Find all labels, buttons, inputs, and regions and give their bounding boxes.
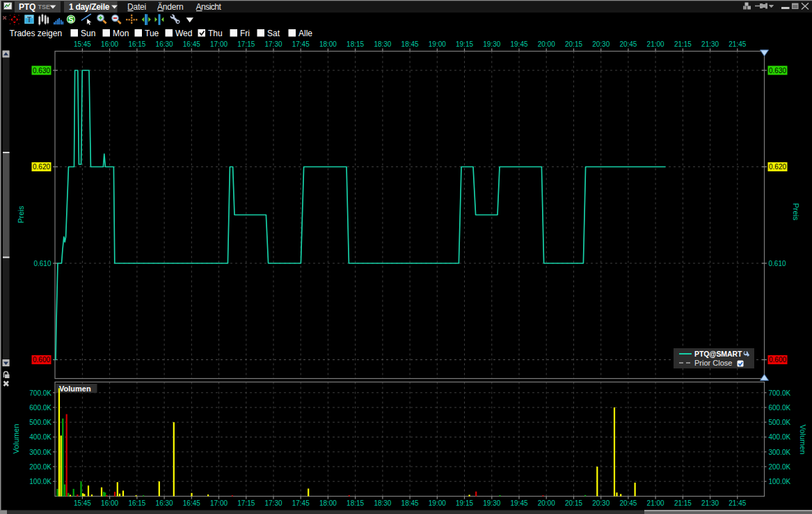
svg-text:Ändern: Ändern <box>157 2 184 12</box>
svg-text:19:15: 19:15 <box>456 499 473 507</box>
svg-text:Volumen: Volumen <box>12 424 20 454</box>
svg-text:Thu: Thu <box>208 29 223 38</box>
svg-text:19:30: 19:30 <box>483 40 500 48</box>
svg-text:18:45: 18:45 <box>401 40 419 48</box>
svg-text:16:45: 16:45 <box>183 499 200 507</box>
svg-text:Sun: Sun <box>81 29 95 38</box>
svg-text:17:45: 17:45 <box>292 40 310 48</box>
svg-text:21:15: 21:15 <box>674 40 692 48</box>
svg-text:100.0K: 100.0K <box>769 478 791 485</box>
svg-text:0.620: 0.620 <box>33 163 50 171</box>
svg-text:Ansicht: Ansicht <box>196 2 222 12</box>
svg-text:0.610: 0.610 <box>33 260 51 267</box>
svg-text:T: T <box>27 15 32 24</box>
svg-text:17:00: 17:00 <box>210 499 228 507</box>
svg-text:300.0K: 300.0K <box>769 449 791 456</box>
svg-text:21:45: 21:45 <box>729 499 746 507</box>
svg-text:18:00: 18:00 <box>319 499 337 507</box>
svg-text:20:00: 20:00 <box>538 40 555 48</box>
svg-text:1 day/Zeile: 1 day/Zeile <box>69 2 110 12</box>
svg-text:Alle: Alle <box>298 29 312 38</box>
svg-text:20:15: 20:15 <box>565 499 582 507</box>
svg-text:21:30: 21:30 <box>701 499 719 507</box>
svg-text:PTQ: PTQ <box>19 2 35 12</box>
svg-text:20:30: 20:30 <box>592 499 610 507</box>
svg-text:Prior Close: Prior Close <box>694 359 732 367</box>
svg-text:15:45: 15:45 <box>74 499 91 507</box>
svg-text:21:00: 21:00 <box>647 499 664 507</box>
svg-text:0.610: 0.610 <box>769 260 786 267</box>
svg-text:0.600: 0.600 <box>33 356 50 364</box>
svg-text:18:15: 18:15 <box>347 40 364 48</box>
svg-text:16:30: 16:30 <box>156 40 173 48</box>
svg-text:Fri: Fri <box>240 29 250 38</box>
svg-text:400.0K: 400.0K <box>769 433 791 441</box>
svg-text:400.0K: 400.0K <box>29 433 51 441</box>
svg-text:PTQ@SMART: PTQ@SMART <box>694 350 742 358</box>
svg-text:21:30: 21:30 <box>701 40 719 48</box>
svg-text:Datei: Datei <box>127 2 146 12</box>
svg-text:17:45: 17:45 <box>292 499 310 507</box>
svg-text:18:30: 18:30 <box>374 499 391 507</box>
svg-text:Wed: Wed <box>175 29 192 38</box>
svg-text:15:45: 15:45 <box>74 40 91 48</box>
svg-text:21:15: 21:15 <box>674 499 692 507</box>
svg-text:16:45: 16:45 <box>183 40 200 48</box>
svg-text:16:15: 16:15 <box>128 499 145 507</box>
svg-text:19:00: 19:00 <box>429 499 446 507</box>
svg-text:0.600: 0.600 <box>769 356 786 364</box>
svg-text:TSE: TSE <box>38 3 51 10</box>
svg-text:Trades zeigen: Trades zeigen <box>10 29 63 38</box>
svg-text:18:00: 18:00 <box>319 40 337 48</box>
svg-text:500.0K: 500.0K <box>29 419 51 426</box>
svg-text:Volumen: Volumen <box>59 384 91 393</box>
svg-text:200.0K: 200.0K <box>29 463 51 471</box>
svg-text:19:00: 19:00 <box>429 40 446 48</box>
svg-text:0.630: 0.630 <box>33 67 50 75</box>
svg-text:0.630: 0.630 <box>769 67 786 75</box>
svg-text:17:30: 17:30 <box>264 40 282 48</box>
svg-text:21:45: 21:45 <box>729 40 746 48</box>
svg-text:17:15: 17:15 <box>237 40 255 48</box>
svg-text:19:15: 19:15 <box>456 40 473 48</box>
svg-text:S: S <box>68 15 73 24</box>
svg-text:Volumen: Volumen <box>799 425 807 455</box>
svg-text:18:30: 18:30 <box>374 40 391 48</box>
svg-text:300.0K: 300.0K <box>29 449 51 456</box>
svg-text:21:00: 21:00 <box>647 40 664 48</box>
svg-text:100.0K: 100.0K <box>29 478 51 485</box>
svg-text:20:15: 20:15 <box>565 40 582 48</box>
svg-text:17:30: 17:30 <box>264 499 282 507</box>
svg-text:20:00: 20:00 <box>538 499 555 507</box>
svg-text:Preis: Preis <box>17 205 25 224</box>
svg-text:Preis: Preis <box>792 203 800 221</box>
svg-text:16:15: 16:15 <box>128 40 145 48</box>
svg-text:20:45: 20:45 <box>619 40 637 48</box>
svg-text:19:30: 19:30 <box>483 499 500 507</box>
svg-text:20:45: 20:45 <box>619 499 637 507</box>
svg-text:19:45: 19:45 <box>510 499 527 507</box>
svg-text:600.0K: 600.0K <box>29 404 51 412</box>
svg-text:16:00: 16:00 <box>101 499 118 507</box>
svg-text:16:30: 16:30 <box>156 499 173 507</box>
svg-text:Sat: Sat <box>267 29 280 38</box>
svg-text:19:45: 19:45 <box>510 40 527 48</box>
svg-text:600.0K: 600.0K <box>769 404 791 412</box>
svg-text:500.0K: 500.0K <box>769 419 791 426</box>
svg-text:Tue: Tue <box>145 29 159 38</box>
svg-text:0.620: 0.620 <box>769 163 786 171</box>
svg-text:16:00: 16:00 <box>101 40 118 48</box>
svg-text:700.0K: 700.0K <box>29 389 51 397</box>
svg-text:17:15: 17:15 <box>237 499 255 507</box>
svg-text:200.0K: 200.0K <box>769 463 791 471</box>
svg-text:18:15: 18:15 <box>347 499 364 507</box>
svg-text:20:30: 20:30 <box>592 40 610 48</box>
svg-text:18:45: 18:45 <box>401 499 419 507</box>
svg-text:Mon: Mon <box>113 29 129 38</box>
svg-text:17:00: 17:00 <box>210 40 228 48</box>
svg-text:700.0K: 700.0K <box>769 389 791 397</box>
